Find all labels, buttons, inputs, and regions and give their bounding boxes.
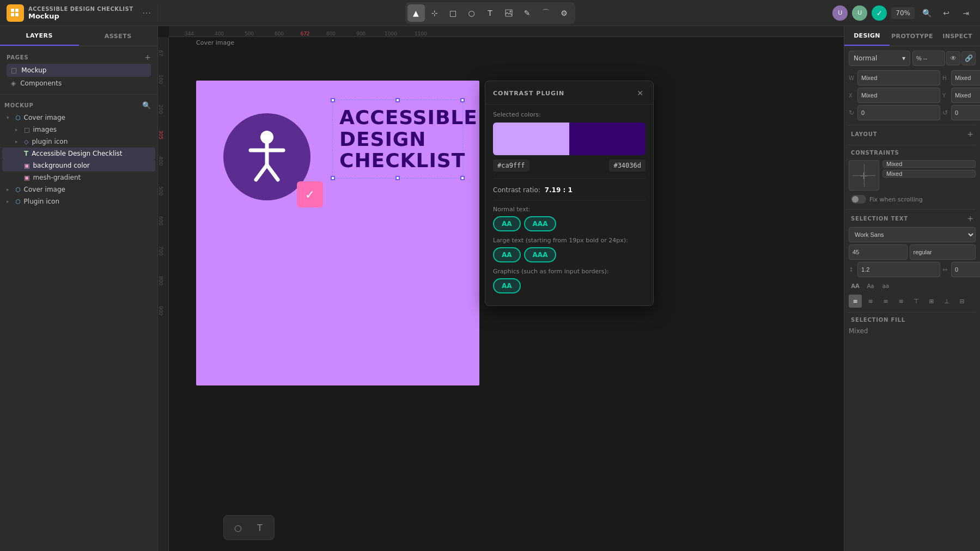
text-align-right-btn[interactable]: ≡ (879, 295, 892, 308)
pen-tool-btn[interactable]: ✎ (519, 4, 536, 22)
graphics-aa-badge[interactable]: AA (493, 278, 521, 293)
layer-mesh-gradient[interactable]: ▣ mesh-gradient (2, 172, 155, 183)
layer-background-color[interactable]: ▣ background color (2, 160, 155, 172)
layout-label: LAYOUT (851, 131, 877, 137)
layer-accessible-text[interactable]: T Accessible Design Checklist (2, 148, 155, 160)
constraint-h-select[interactable]: Mixed (882, 160, 976, 168)
rotate-icon: ↻ (849, 109, 856, 117)
plugin-btn[interactable]: ⚙ (556, 4, 573, 22)
constraint-v-select[interactable]: Mixed (882, 170, 976, 177)
blend-row: Normal ▾ 👁 🔗 (849, 51, 976, 66)
constraints-visual: + (849, 160, 879, 191)
chevron-right-icon-2: ▸ (15, 139, 21, 144)
text-valign-top-btn[interactable]: ⊤ (910, 295, 923, 308)
w-input[interactable] (857, 70, 940, 85)
svg-rect-1 (15, 9, 19, 12)
right-panel-content: Normal ▾ 👁 🔗 W (844, 46, 980, 551)
blend-mode-dropdown[interactable]: Normal ▾ (849, 51, 910, 66)
link-icon[interactable]: 🔗 (961, 51, 976, 65)
expand-icon[interactable]: ⇥ (958, 5, 973, 21)
graphics-section: Graphics (such as form input borders): A… (493, 268, 646, 293)
font-family-select[interactable]: Work Sans (849, 227, 976, 242)
x-input[interactable] (857, 88, 940, 103)
y-input[interactable] (951, 88, 980, 103)
ruler-mark-600: 600 (264, 31, 294, 36)
text-valign-bot-btn[interactable]: ⊥ (940, 295, 953, 308)
font-weight-select[interactable]: regular (910, 244, 976, 260)
canvas-label: Cover image (196, 39, 234, 46)
add-page-icon[interactable]: + (144, 53, 151, 62)
hide-layer-icon[interactable]: 👁 (143, 127, 149, 133)
h-input[interactable] (951, 70, 980, 85)
large-text-section: Large text (starting from 19px bold or 2… (493, 237, 646, 262)
selection-text-section: SELECTION TEXT + Work Sans regular (849, 212, 976, 308)
text-align-center-btn[interactable]: ≡ (864, 295, 877, 308)
frame-tool-btn[interactable]: ⊹ (426, 4, 443, 22)
share-badge[interactable]: ✓ (872, 5, 887, 21)
menu-dots-icon[interactable]: ⋯ (142, 8, 151, 18)
design-canvas-frame: ✓ ACCESSIBLEDESIGNCHECKLIST (196, 81, 479, 385)
text-align-justify-btn[interactable]: ≡ (894, 295, 908, 308)
layer-plugin-icon-2[interactable]: ▸ ⬡ Plugin icon (2, 195, 155, 207)
pages-header[interactable]: PAGES + (7, 51, 151, 64)
svg-line-10 (267, 165, 278, 180)
select-tool-btn[interactable]: ▲ (407, 4, 425, 22)
text-valign-mid-btn[interactable]: ⊞ (925, 295, 938, 308)
layer-cover-image-2[interactable]: ▸ ⬡ Cover image (2, 183, 155, 195)
svg-point-6 (260, 131, 273, 144)
zoom-display[interactable]: 70% (891, 7, 915, 19)
text-case-aa-btn-2[interactable]: Aa (864, 279, 877, 292)
tab-assets[interactable]: ASSETS (79, 26, 158, 46)
layer-plugin-icon[interactable]: ▸ ◇ plugin icon (2, 136, 155, 148)
mockup-header: MOCKUP 🔍 (0, 99, 157, 112)
fix-scroll-toggle[interactable] (851, 195, 866, 204)
add-layout-icon[interactable]: + (967, 130, 973, 138)
page-item-mockup[interactable]: □ Mockup (7, 64, 151, 77)
text-distribute-btn[interactable]: ⊟ (955, 295, 969, 308)
normal-aa-badge[interactable]: AA (493, 216, 521, 231)
ellipse-tool-btn[interactable]: ○ (463, 4, 480, 22)
text-align-left-btn[interactable]: ≡ (849, 295, 862, 308)
letter-spacing-input[interactable] (951, 262, 980, 277)
eye-toggle-btn[interactable]: 👁 (946, 51, 960, 65)
search-icon[interactable]: 🔍 (919, 5, 934, 21)
normal-aaa-badge[interactable]: AAA (524, 216, 557, 231)
large-aaa-badge[interactable]: AAA (524, 247, 557, 262)
circle-tool-btn[interactable]: ○ (229, 519, 247, 536)
avatar-1: U (832, 5, 848, 21)
image-tool-btn[interactable] (500, 4, 518, 22)
tab-layers[interactable]: LAYERS (0, 26, 79, 46)
large-aa-badge[interactable]: AA (493, 247, 521, 262)
bend-tool-btn[interactable]: ⌒ (537, 4, 555, 22)
line-height-group: ↕ (849, 262, 940, 277)
text-tool-btn[interactable]: T (482, 4, 499, 22)
search-layers-icon[interactable]: 🔍 (142, 101, 151, 109)
normal-text-section: Normal text: AA AAA (493, 206, 646, 231)
rect-tool-btn[interactable]: □ (445, 4, 462, 22)
text-case-aa-btn-3[interactable]: aa (879, 279, 892, 292)
layer-cover-image-1[interactable]: ▾ ⬡ Cover image (2, 112, 155, 124)
plugin-close-btn[interactable]: ✕ (635, 88, 646, 99)
font-size-input[interactable] (849, 244, 908, 260)
tab-inspect[interactable]: INSPECT (935, 26, 980, 46)
add-text-style-icon[interactable]: + (967, 214, 973, 223)
ruler-mark-344: 344 (174, 31, 204, 36)
layer-images[interactable]: ▸ □ images 👁 (2, 124, 155, 136)
constraints-label: CONSTRAINTS (851, 150, 899, 156)
opacity-input[interactable] (912, 51, 945, 66)
rotation-input[interactable] (857, 105, 940, 120)
radius-input[interactable] (951, 105, 980, 120)
text-tool-bottom-btn[interactable]: T (251, 519, 269, 536)
divider-5 (849, 209, 976, 210)
tab-prototype[interactable]: PROTOTYPE (890, 26, 935, 46)
line-height-input[interactable] (857, 262, 940, 277)
text-case-aa-btn[interactable]: AA (849, 279, 862, 292)
h-group: H (942, 70, 980, 85)
top-bar-right: U U ✓ 70% 🔍 ↩ ⇥ (822, 5, 980, 21)
mockup-label: MOCKUP (4, 102, 34, 108)
page-item-components[interactable]: ◈ Components (7, 77, 151, 90)
history-icon[interactable]: ↩ (939, 5, 954, 21)
component-icon: ◇ (24, 138, 28, 145)
x-group: X (849, 88, 940, 103)
tab-design[interactable]: DESIGN (844, 26, 890, 46)
